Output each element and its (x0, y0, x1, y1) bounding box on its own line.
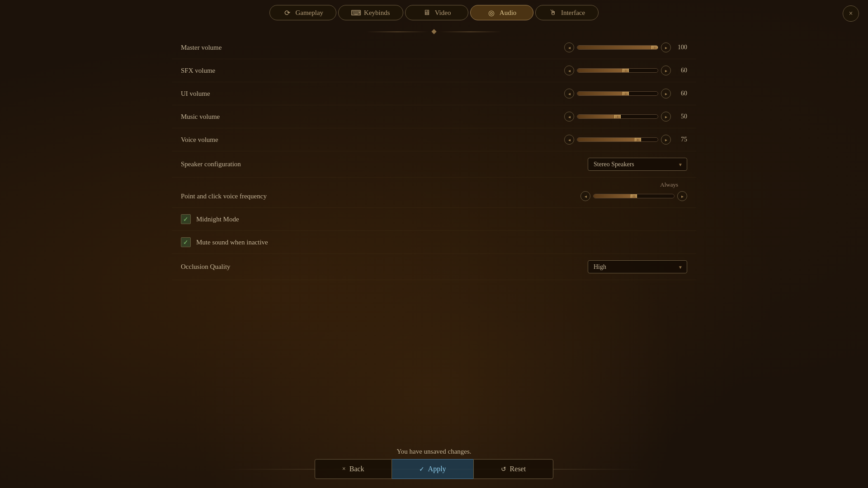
midnight-mode-row: ✓ Midnight Mode (172, 208, 696, 231)
audio-icon: ◎ (487, 8, 496, 17)
always-label-container: Always (172, 178, 696, 185)
midnight-mode-label: Midnight Mode (196, 216, 239, 223)
point-click-row: Point and click voice frequency ◂ ▸ (172, 185, 696, 208)
ui-volume-value: 60 (674, 90, 687, 97)
point-click-increment[interactable]: ▸ (677, 191, 687, 201)
master-volume-label: Master volume (181, 44, 222, 52)
tab-audio[interactable]: ◎ Audio (470, 5, 533, 20)
sfx-volume-handle[interactable] (623, 68, 629, 73)
music-volume-row: Music volume ◂ ▸ 50 (172, 105, 696, 128)
sfx-volume-increment[interactable]: ▸ (661, 66, 671, 75)
close-button[interactable]: × (843, 5, 859, 22)
tab-keybinds[interactable]: ⌨ Keybinds (338, 5, 403, 20)
ui-volume-handle[interactable] (623, 91, 629, 96)
settings-list: Master volume ◂ ▸ 100 SFX volume ◂ (172, 36, 696, 280)
apply-button[interactable]: ✓ Apply (392, 459, 473, 479)
music-volume-decrement[interactable]: ◂ (564, 112, 574, 122)
top-divider (366, 28, 502, 35)
voice-volume-value: 75 (674, 136, 687, 143)
point-click-label: Point and click voice frequency (181, 192, 267, 200)
music-volume-control: ◂ ▸ 50 (564, 112, 687, 122)
sfx-volume-control: ◂ ▸ 60 (564, 66, 687, 75)
music-volume-track[interactable] (577, 114, 658, 119)
midnight-mode-checkbox[interactable]: ✓ (181, 214, 191, 224)
voice-volume-control: ◂ ▸ 75 (564, 135, 687, 145)
voice-volume-handle[interactable] (635, 137, 641, 142)
voice-volume-row: Voice volume ◂ ▸ 75 (172, 128, 696, 151)
tab-video[interactable]: 🖥 Video (405, 5, 468, 20)
master-volume-handle[interactable] (651, 45, 658, 50)
mute-inactive-checkbox[interactable]: ✓ (181, 237, 191, 247)
voice-volume-label: Voice volume (181, 136, 218, 144)
bottom-bar: You have unsaved changes. × Back ✓ Apply… (0, 438, 868, 488)
speaker-config-select[interactable]: Stereo Speakers Surround 5.1 Surround 7.… (588, 158, 687, 171)
sfx-volume-track[interactable] (577, 68, 658, 73)
master-volume-decrement[interactable]: ◂ (564, 42, 574, 52)
voice-volume-decrement[interactable]: ◂ (564, 135, 574, 145)
divider-gem (431, 29, 436, 34)
ui-volume-increment[interactable]: ▸ (661, 89, 671, 99)
music-volume-value: 50 (674, 113, 687, 120)
apply-icon: ✓ (419, 465, 425, 473)
main-content: Master volume ◂ ▸ 100 SFX volume ◂ (172, 36, 696, 434)
video-icon: 🖥 (422, 8, 431, 17)
ui-volume-decrement[interactable]: ◂ (564, 89, 574, 99)
point-click-decrement[interactable]: ◂ (580, 191, 590, 201)
mute-inactive-label: Mute sound when inactive (196, 239, 268, 246)
point-click-handle[interactable] (631, 194, 637, 198)
occlusion-quality-label: Occlusion Quality (181, 263, 231, 271)
speaker-config-label: Speaker configuration (181, 160, 241, 168)
occlusion-quality-select[interactable]: Low Medium High Ultra (588, 260, 687, 273)
ui-volume-label: UI volume (181, 90, 210, 98)
ui-volume-control: ◂ ▸ 60 (564, 89, 687, 99)
master-volume-value: 100 (674, 44, 687, 51)
sfx-volume-row: SFX volume ◂ ▸ 60 (172, 59, 696, 82)
point-click-control: ◂ ▸ (580, 191, 687, 201)
occlusion-quality-row: Occlusion Quality Low Medium High Ultra (172, 254, 696, 280)
ui-volume-track[interactable] (577, 91, 658, 96)
point-click-track[interactable] (593, 194, 675, 198)
master-volume-control: ◂ ▸ 100 (564, 42, 687, 52)
master-volume-row: Master volume ◂ ▸ 100 (172, 36, 696, 59)
gameplay-icon: ⟳ (283, 8, 292, 17)
bottom-buttons: × Back ✓ Apply ↺ Reset (315, 459, 553, 479)
reset-icon: ↺ (501, 465, 506, 473)
master-volume-track[interactable] (577, 45, 658, 50)
tab-gameplay[interactable]: ⟳ Gameplay (269, 5, 336, 20)
sfx-volume-label: SFX volume (181, 67, 215, 75)
occlusion-quality-dropdown-wrapper: Low Medium High Ultra (588, 260, 687, 273)
back-icon: × (342, 465, 346, 473)
reset-button[interactable]: ↺ Reset (473, 459, 554, 479)
unsaved-changes-text: You have unsaved changes. (396, 448, 471, 455)
mute-inactive-row: ✓ Mute sound when inactive (172, 231, 696, 254)
music-volume-label: Music volume (181, 113, 220, 121)
music-volume-increment[interactable]: ▸ (661, 112, 671, 122)
voice-volume-increment[interactable]: ▸ (661, 135, 671, 145)
speaker-config-row: Speaker configuration Stereo Speakers Su… (172, 151, 696, 178)
top-navigation: ⟳ Gameplay ⌨ Keybinds 🖥 Video ◎ Audio 🖱 … (0, 0, 868, 25)
sfx-volume-decrement[interactable]: ◂ (564, 66, 574, 75)
ui-volume-row: UI volume ◂ ▸ 60 (172, 82, 696, 105)
interface-icon: 🖱 (548, 8, 557, 17)
sfx-volume-value: 60 (674, 67, 687, 74)
music-volume-handle[interactable] (614, 114, 621, 119)
keybinds-icon: ⌨ (351, 8, 360, 17)
back-button[interactable]: × Back (315, 459, 392, 479)
tab-interface[interactable]: 🖱 Interface (535, 5, 599, 20)
voice-volume-track[interactable] (577, 137, 658, 142)
speaker-config-dropdown-wrapper: Stereo Speakers Surround 5.1 Surround 7.… (588, 158, 687, 171)
master-volume-increment[interactable]: ▸ (661, 42, 671, 52)
